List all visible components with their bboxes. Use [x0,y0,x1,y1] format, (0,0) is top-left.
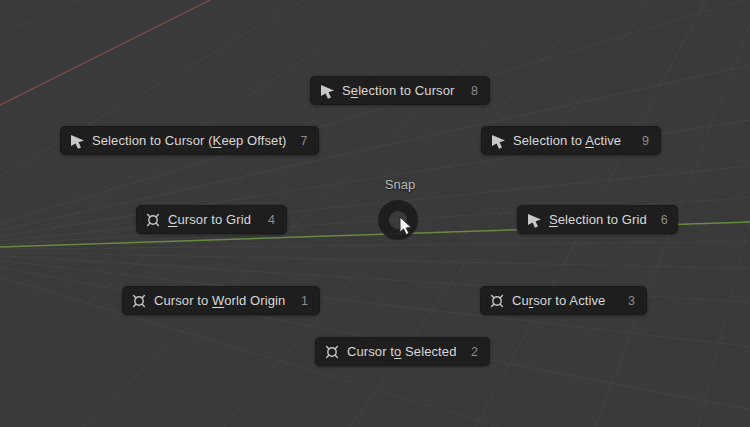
pie-item-selection-to-cursor[interactable]: Selection to Cursor 8 [310,76,490,105]
pie-item-label: Cursor to Selected [347,344,456,359]
pie-item-cursor-to-active[interactable]: Cursor to Active 3 [480,286,647,315]
shortcut-number: 1 [287,294,308,308]
pie-menu-title: Snap [325,177,475,192]
pie-item-label: Selection to Cursor [342,83,454,98]
3d-cursor-icon [324,344,340,360]
pie-item-label: Cursor to Active [512,293,605,308]
shortcut-number: 3 [614,294,635,308]
3d-cursor-icon [131,293,147,309]
3d-viewport[interactable]: Snap Selection to Cursor 8 Selection to … [0,0,750,427]
3d-cursor-icon [489,293,505,309]
pie-item-label: Selection to Cursor (Keep Offset) [92,133,287,148]
pointer-icon [319,83,335,99]
shortcut-number: 7 [287,134,308,148]
shortcut-number: 4 [254,213,275,227]
pie-item-cursor-to-grid[interactable]: Cursor to Grid 4 [136,205,287,234]
pie-item-cursor-to-world-origin[interactable]: Cursor to World Origin 1 [122,286,320,315]
pie-item-cursor-to-selected[interactable]: Cursor to Selected 2 [315,337,490,366]
pointer-icon [69,133,85,149]
pointer-icon [526,212,542,228]
pie-item-label: Cursor to Grid [168,212,251,227]
3d-cursor-icon [145,212,161,228]
shortcut-number: 9 [628,134,649,148]
pie-item-selection-to-active[interactable]: Selection to Active 9 [481,126,661,155]
pie-item-label: Selection to Grid [549,212,647,227]
pie-item-label: Cursor to World Origin [154,293,285,308]
mouse-cursor-icon [399,216,413,236]
pie-item-selection-to-grid[interactable]: Selection to Grid 6 [517,205,678,234]
shortcut-number: 2 [457,345,478,359]
pie-item-label: Selection to Active [513,133,621,148]
pointer-icon [490,133,506,149]
shortcut-number: 8 [457,84,478,98]
shortcut-number: 6 [647,213,668,227]
pie-item-selection-to-cursor-keep-offset[interactable]: Selection to Cursor (Keep Offset) 7 [60,126,319,155]
